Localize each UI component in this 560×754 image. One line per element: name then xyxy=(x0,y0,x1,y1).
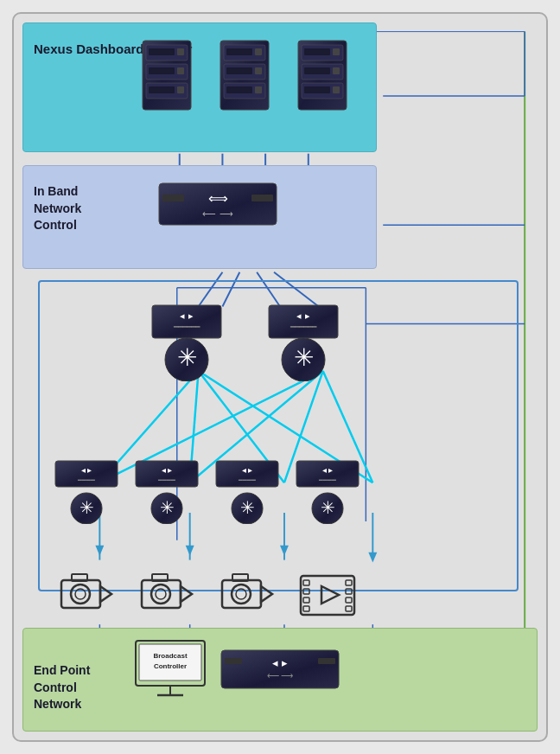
svg-rect-58 xyxy=(255,67,262,74)
leaf-switch-1: ◂ ▸ ━━━━ ✳ xyxy=(53,459,120,524)
film-monitor-icon xyxy=(294,567,361,623)
endpoint-label: End PointControlNetwork xyxy=(34,662,90,713)
endpoint-switch-icon: ◂ ▸ ⟵ ⟶ xyxy=(220,646,340,698)
svg-text:⟵ ⟶: ⟵ ⟶ xyxy=(202,208,232,219)
leaf-switch-4: ◂ ▸ ━━━━ ✳ xyxy=(294,459,361,524)
svg-text:⟺: ⟺ xyxy=(208,191,228,206)
spine-switch-icon-2: ◂ ▸ ━━━━━━ ✳ xyxy=(264,304,342,381)
svg-rect-125 xyxy=(303,597,309,603)
leaf-switch-3: ◂ ▸ ━━━━ ✳ xyxy=(213,459,281,524)
nexus-dashboard-box: Nexus Dashboard Cluster xyxy=(22,22,377,152)
svg-rect-67 xyxy=(304,67,330,74)
svg-text:━━━━━━: ━━━━━━ xyxy=(290,323,317,331)
svg-point-108 xyxy=(71,585,90,604)
inband-label: In BandNetworkControl xyxy=(34,183,81,234)
svg-text:✳: ✳ xyxy=(160,498,175,517)
svg-rect-61 xyxy=(255,86,262,93)
spine-switch-2: ◂ ▸ ━━━━━━ ✳ xyxy=(264,304,342,381)
server-icon-3 xyxy=(291,36,353,114)
broadcast-controller-monitor: Broadcast Controller xyxy=(131,639,209,704)
svg-text:◂  ▸: ◂ ▸ xyxy=(162,465,173,475)
svg-rect-50 xyxy=(149,86,175,93)
endpoint-control-box: End PointControlNetwork Broadcast Contro… xyxy=(22,628,538,732)
svg-text:✳: ✳ xyxy=(80,498,94,517)
svg-rect-141 xyxy=(225,658,242,664)
leaf-switch-icon-1: ◂ ▸ ━━━━ ✳ xyxy=(53,459,120,524)
svg-text:━━━━━━: ━━━━━━ xyxy=(173,323,200,331)
broadcast-controller-area: Broadcast Controller ◂ ▸ ⟵ ⟶ xyxy=(131,639,340,704)
leaf-switch-2: ◂ ▸ ━━━━ ✳ xyxy=(133,459,200,524)
camera-icon-3 xyxy=(213,567,281,623)
svg-rect-129 xyxy=(346,597,352,603)
svg-text:━━━━: ━━━━ xyxy=(238,476,256,484)
svg-text:✳: ✳ xyxy=(321,498,335,517)
svg-marker-111 xyxy=(100,586,111,602)
svg-text:◂  ▸: ◂ ▸ xyxy=(272,656,288,669)
svg-point-119 xyxy=(236,589,246,599)
camera-icon-1 xyxy=(53,567,120,623)
svg-rect-64 xyxy=(304,48,330,55)
leaf-switch-icon-3: ◂ ▸ ━━━━ ✳ xyxy=(213,459,281,524)
svg-rect-68 xyxy=(333,67,340,74)
svg-rect-70 xyxy=(304,86,330,93)
spine-switch-1: ◂ ▸ ━━━━━━ ✳ xyxy=(148,304,226,381)
svg-text:━━━━: ━━━━ xyxy=(77,476,95,484)
svg-text:Broadcast: Broadcast xyxy=(153,652,187,660)
svg-rect-71 xyxy=(333,86,340,93)
main-diagram: Nexus Dashboard Cluster xyxy=(12,12,548,742)
svg-text:Controller: Controller xyxy=(154,662,187,670)
camera-icon-2 xyxy=(133,567,200,623)
svg-point-114 xyxy=(156,589,166,599)
svg-rect-65 xyxy=(333,48,340,55)
svg-rect-57 xyxy=(226,67,252,74)
leaf-switch-icon-4: ◂ ▸ ━━━━ ✳ xyxy=(294,459,361,524)
server-icon-2 xyxy=(213,36,276,114)
svg-rect-47 xyxy=(149,67,175,74)
svg-text:✳: ✳ xyxy=(240,498,255,517)
svg-text:✳: ✳ xyxy=(294,344,314,371)
svg-text:━━━━: ━━━━ xyxy=(318,476,336,484)
spine-switches-row: ◂ ▸ ━━━━━━ ✳ ◂ ▸ ━━━━━━ ✳ xyxy=(148,304,342,381)
svg-rect-51 xyxy=(177,86,184,93)
svg-text:━━━━: ━━━━ xyxy=(157,476,175,484)
svg-rect-48 xyxy=(177,67,184,74)
svg-rect-54 xyxy=(226,48,252,55)
svg-rect-126 xyxy=(303,606,309,611)
svg-rect-55 xyxy=(255,48,262,55)
inband-switch-icon: ⟺ ⟵ ⟶ xyxy=(157,179,278,235)
svg-rect-45 xyxy=(177,48,184,55)
svg-text:◂  ▸: ◂ ▸ xyxy=(81,465,92,475)
svg-rect-123 xyxy=(303,580,309,585)
svg-rect-142 xyxy=(318,658,335,664)
svg-rect-44 xyxy=(149,48,175,55)
svg-rect-76 xyxy=(251,195,273,201)
svg-text:◂  ▸: ◂ ▸ xyxy=(180,310,193,321)
spine-switch-icon-1: ◂ ▸ ━━━━━━ ✳ xyxy=(148,304,226,381)
svg-text:◂  ▸: ◂ ▸ xyxy=(242,465,253,475)
leaf-switch-icon-2: ◂ ▸ ━━━━ ✳ xyxy=(133,459,200,524)
svg-rect-124 xyxy=(303,589,309,594)
svg-point-118 xyxy=(232,585,251,604)
svg-rect-127 xyxy=(346,580,352,585)
svg-rect-128 xyxy=(346,589,352,594)
svg-marker-116 xyxy=(181,586,192,602)
svg-rect-75 xyxy=(162,195,184,201)
server-icon-1 xyxy=(136,36,198,114)
svg-text:⟵ ⟶: ⟵ ⟶ xyxy=(267,671,294,681)
svg-text:◂  ▸: ◂ ▸ xyxy=(296,310,309,321)
svg-marker-121 xyxy=(261,586,272,602)
device-row xyxy=(53,567,361,623)
inband-network-box: In BandNetworkControl ⟺ ⟵ ⟶ xyxy=(22,165,377,269)
broadcast-monitor-icon: Broadcast Controller xyxy=(131,639,209,704)
svg-point-109 xyxy=(75,589,86,599)
svg-marker-131 xyxy=(321,586,339,604)
svg-text:◂  ▸: ◂ ▸ xyxy=(322,465,334,475)
svg-rect-60 xyxy=(226,86,252,93)
svg-rect-130 xyxy=(346,606,352,611)
svg-text:✳: ✳ xyxy=(177,344,197,371)
leaf-switches-row: ◂ ▸ ━━━━ ✳ ◂ ▸ ━━━━ ✳ ◂ ▸ ━━━━ xyxy=(53,459,361,524)
svg-point-113 xyxy=(151,585,170,604)
